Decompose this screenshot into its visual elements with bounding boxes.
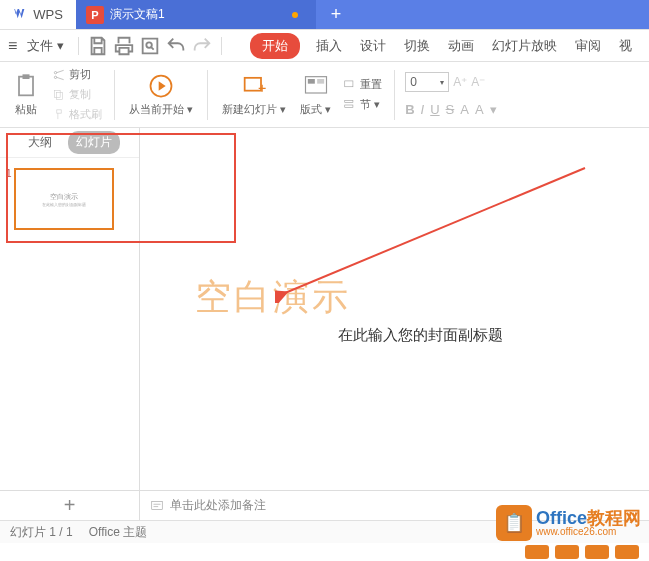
wps-icon	[13, 7, 29, 23]
new-tab-button[interactable]: +	[316, 0, 356, 29]
copy-button[interactable]: 复制	[50, 86, 104, 103]
file-menu[interactable]: 文件 ▾	[21, 35, 70, 57]
slide-counter: 幻灯片 1 / 1	[10, 524, 73, 541]
underline-button[interactable]: U	[430, 102, 439, 117]
print-icon[interactable]	[113, 35, 135, 57]
reset-button[interactable]: 重置	[341, 76, 384, 93]
section-icon	[343, 98, 357, 112]
svg-rect-2	[54, 90, 60, 97]
from-current-button[interactable]: 从当前开始 ▾	[125, 70, 197, 119]
app-icon-4	[615, 545, 639, 559]
app-icon-3	[585, 545, 609, 559]
svg-rect-10	[345, 100, 353, 102]
svg-rect-13	[152, 501, 163, 509]
wps-logo[interactable]: WPS	[0, 0, 76, 29]
svg-rect-9	[345, 80, 353, 86]
notes-placeholder: 单击此处添加备注	[170, 497, 266, 514]
font-color-button[interactable]: A	[460, 102, 469, 117]
svg-rect-3	[57, 92, 63, 99]
unsaved-indicator-icon	[292, 12, 298, 18]
clipboard-icon	[12, 72, 40, 100]
svg-rect-0	[19, 77, 33, 96]
theme-label: Office 主题	[89, 524, 147, 541]
cut-button[interactable]: 剪切	[50, 66, 104, 83]
svg-rect-1	[23, 74, 30, 79]
notes-icon	[150, 499, 164, 513]
tab-design[interactable]: 设计	[358, 33, 388, 59]
strike-button[interactable]: S	[446, 102, 455, 117]
presentation-icon: P	[86, 6, 104, 24]
save-icon[interactable]	[87, 35, 109, 57]
format-painter-button[interactable]: 格式刷	[50, 106, 104, 123]
svg-rect-8	[317, 79, 324, 84]
slide-thumbnail[interactable]: 空白演示 在此输入您的封面副标题	[14, 168, 114, 230]
increase-font-button[interactable]: A⁺	[453, 75, 467, 89]
ribbon-tabs: 开始 插入 设计 切换 动画 幻灯片放映 审阅 视	[250, 33, 634, 59]
paste-button[interactable]: 粘贴	[8, 70, 44, 119]
print-preview-icon[interactable]	[139, 35, 161, 57]
italic-button[interactable]: I	[421, 102, 425, 117]
menu-bar: ≡ 文件 ▾ 开始 插入 设计 切换 动画 幻灯片放映 审阅 视	[0, 30, 649, 62]
slide-panel: 大纲 幻灯片 1 空白演示 在此输入您的封面副标题	[0, 128, 140, 518]
scissors-icon	[52, 68, 66, 82]
tab-transition[interactable]: 切换	[402, 33, 432, 59]
copy-icon	[52, 88, 66, 102]
decrease-font-button[interactable]: A⁻	[471, 75, 485, 89]
svg-rect-5	[245, 78, 261, 91]
tab-review[interactable]: 审阅	[573, 33, 603, 59]
watermark: 📋 Office教程网 www.office26.com	[496, 505, 641, 541]
reset-icon	[343, 78, 357, 92]
svg-rect-7	[307, 79, 314, 84]
font-size-input[interactable]: 0▾	[405, 72, 449, 92]
slide-number: 1	[6, 168, 12, 230]
layout-button[interactable]: 版式 ▾	[296, 70, 335, 119]
brush-icon	[52, 108, 66, 122]
undo-icon[interactable]	[165, 35, 187, 57]
bold-button[interactable]: B	[405, 102, 414, 117]
svg-rect-11	[345, 105, 353, 107]
titlebar-remainder	[356, 0, 649, 29]
tab-start[interactable]: 开始	[250, 33, 300, 59]
section-button[interactable]: 节 ▾	[341, 96, 384, 113]
new-slide-icon	[240, 72, 268, 100]
redo-icon[interactable]	[191, 35, 213, 57]
watermark-icon: 📋	[496, 505, 532, 541]
outline-tab[interactable]: 大纲	[20, 131, 60, 154]
canvas-area: 空白演示 在此输入您的封面副标题	[140, 128, 649, 518]
tab-animation[interactable]: 动画	[446, 33, 476, 59]
watermark-url: www.office26.com	[536, 527, 641, 537]
title-bar: WPS P 演示文稿1 +	[0, 0, 649, 30]
document-name: 演示文稿1	[110, 6, 165, 23]
thumbnails-area: 1 空白演示 在此输入您的封面副标题	[0, 158, 139, 518]
slide-subtitle[interactable]: 在此输入您的封面副标题	[338, 326, 503, 345]
slides-tab[interactable]: 幻灯片	[68, 131, 120, 154]
hamburger-icon[interactable]: ≡	[8, 37, 17, 55]
document-tab[interactable]: P 演示文稿1	[76, 0, 316, 29]
slide-canvas[interactable]: 空白演示 在此输入您的封面副标题	[150, 138, 639, 498]
app-icon-2	[555, 545, 579, 559]
app-name: WPS	[33, 7, 63, 22]
layout-icon	[302, 72, 330, 100]
new-slide-button[interactable]: 新建幻灯片 ▾	[218, 70, 290, 119]
ribbon: 粘贴 剪切 复制 格式刷 从当前开始 ▾ 新建幻灯片 ▾ 版式 ▾ 重置 节 ▾…	[0, 62, 649, 128]
tab-view[interactable]: 视	[617, 33, 634, 59]
slide-title[interactable]: 空白演示	[195, 273, 351, 322]
add-slide-button[interactable]: +	[0, 490, 140, 520]
highlight-button[interactable]: A	[475, 102, 484, 117]
play-icon	[147, 72, 175, 100]
app-icon-1	[525, 545, 549, 559]
tab-insert[interactable]: 插入	[314, 33, 344, 59]
bottom-icons	[0, 543, 649, 561]
watermark-title: Office教程网	[536, 509, 641, 527]
tab-slideshow[interactable]: 幻灯片放映	[490, 33, 559, 59]
workspace: 大纲 幻灯片 1 空白演示 在此输入您的封面副标题 空白演示 在此输入您的封面副…	[0, 128, 649, 518]
